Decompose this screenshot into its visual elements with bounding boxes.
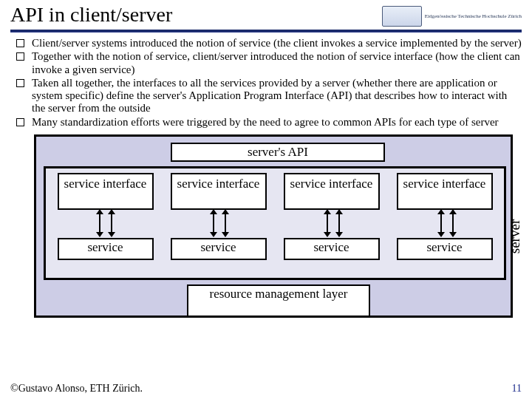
logo-caption: Eidgenössische Technische Hochschule Zür… xyxy=(425,14,522,19)
server-container-box: server's API service interface service i… xyxy=(34,134,513,318)
double-arrow-icon xyxy=(111,210,112,236)
square-bullet-icon xyxy=(16,39,24,47)
building-icon xyxy=(382,6,422,27)
double-arrow-icon xyxy=(225,210,226,236)
resource-management-box: resource management layer xyxy=(187,284,370,317)
eth-logo: Eidgenössische Technische Hochschule Zür… xyxy=(382,6,522,27)
service-interface-box: service interface xyxy=(397,173,493,210)
bullet-list: Client/server systems introduced the not… xyxy=(10,37,522,129)
double-arrow-icon xyxy=(213,210,214,236)
service-box: service xyxy=(171,238,267,260)
title-underline xyxy=(10,30,522,33)
interface-row: service interface service interface serv… xyxy=(46,173,504,210)
double-arrow-icon xyxy=(452,210,454,236)
middle-container-box: service interface service interface serv… xyxy=(44,166,506,280)
service-box: service xyxy=(284,238,380,260)
double-arrow-icon xyxy=(327,210,328,236)
service-interface-box: service interface xyxy=(171,173,267,210)
architecture-diagram: server's API service interface service i… xyxy=(10,134,522,318)
service-interface-box: service interface xyxy=(284,173,380,210)
double-arrow-icon xyxy=(99,210,100,236)
service-interface-box: service interface xyxy=(58,173,154,210)
copyright-text: ©Gustavo Alonso, ETH Zürich. xyxy=(10,383,143,395)
list-item: Together with the notion of service, cli… xyxy=(13,50,522,76)
square-bullet-icon xyxy=(16,52,24,61)
service-row: service service service service xyxy=(46,238,504,260)
connector-arrows xyxy=(46,210,504,239)
list-item: Client/server systems introduced the not… xyxy=(13,37,522,50)
list-item: Many standardization efforts were trigge… xyxy=(13,116,522,129)
list-item: Taken all together, the interfaces to al… xyxy=(13,77,522,115)
service-box: service xyxy=(58,238,154,260)
page-number: 11 xyxy=(512,383,522,395)
page-title: API in client/server xyxy=(10,4,172,25)
service-box: service xyxy=(397,238,493,260)
double-arrow-icon xyxy=(440,210,442,236)
api-label-box: server's API xyxy=(171,143,385,162)
square-bullet-icon xyxy=(16,118,24,126)
double-arrow-icon xyxy=(338,210,340,236)
square-bullet-icon xyxy=(16,79,24,87)
server-vertical-label: server xyxy=(507,192,523,281)
